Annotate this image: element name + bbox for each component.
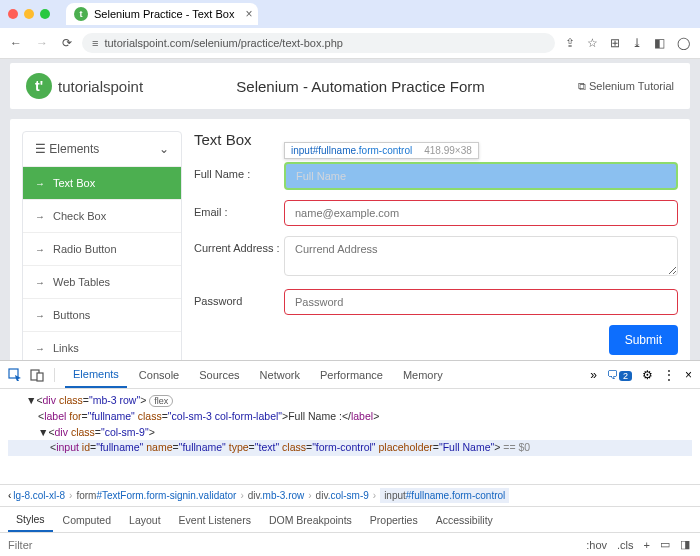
- download-icon[interactable]: ⤓: [632, 36, 642, 50]
- bookmark-icon[interactable]: ☆: [587, 36, 598, 50]
- page-header: t' tutorialspoint Selenium - Automation …: [10, 63, 690, 109]
- forward-icon[interactable]: →: [36, 36, 48, 50]
- breadcrumb-item[interactable]: lg-8.col-xl-8: [13, 490, 65, 501]
- settings-icon[interactable]: ⚙: [642, 368, 653, 382]
- password-input[interactable]: [284, 289, 678, 315]
- devtools-tab-memory[interactable]: Memory: [395, 363, 451, 387]
- maximize-window-icon[interactable]: [40, 9, 50, 19]
- password-label: Password: [194, 289, 284, 307]
- chevron-down-icon: ⌄: [159, 142, 169, 156]
- sidebar-heading[interactable]: ☰ Elements ⌄: [23, 132, 181, 167]
- share-icon[interactable]: ⇪: [565, 36, 575, 50]
- window-controls[interactable]: [8, 9, 50, 19]
- devtools-tab-console[interactable]: Console: [131, 363, 187, 387]
- logo-text: tutorialspoint: [58, 78, 143, 95]
- arrow-right-icon: →: [35, 343, 45, 354]
- external-link-icon: ⧉: [578, 80, 589, 92]
- address-bar[interactable]: ≡ tutorialspoint.com/selenium/practice/t…: [82, 33, 555, 53]
- dom-tree[interactable]: ▼<div class="mb-3 row"> flex <label for=…: [0, 389, 700, 484]
- sidebar-item-webtables[interactable]: →Web Tables: [23, 266, 181, 299]
- extensions-icon[interactable]: ⊞: [610, 36, 620, 50]
- reload-icon[interactable]: ⟳: [62, 36, 72, 50]
- styles-tab-listeners[interactable]: Event Listeners: [171, 509, 259, 531]
- page-title: Selenium - Automation Practice Form: [236, 78, 484, 95]
- back-icon[interactable]: ←: [10, 36, 22, 50]
- submit-button[interactable]: Submit: [609, 325, 678, 355]
- styles-tab-layout[interactable]: Layout: [121, 509, 169, 531]
- breadcrumb-prev-icon[interactable]: ‹: [8, 490, 11, 501]
- arrow-right-icon: →: [35, 277, 45, 288]
- styles-tab-computed[interactable]: Computed: [55, 509, 119, 531]
- device-toolbar-icon[interactable]: [30, 368, 44, 382]
- fullname-input[interactable]: Full Name: [284, 162, 678, 190]
- sidebar-item-textbox[interactable]: →Text Box: [23, 167, 181, 200]
- styles-tab-styles[interactable]: Styles: [8, 508, 53, 532]
- hov-toggle[interactable]: :hov: [586, 539, 607, 551]
- form-panel: Text Box Full Name : input#fullname.form…: [194, 131, 678, 399]
- tutorial-link[interactable]: ⧉ Selenium Tutorial: [578, 80, 674, 93]
- url-text: tutorialspoint.com/selenium/practice/tex…: [104, 37, 342, 49]
- dom-breadcrumb[interactable]: ‹ lg-8.col-xl-8 › form#TextForm.form-sig…: [0, 484, 700, 506]
- styles-tab-breakpoints[interactable]: DOM Breakpoints: [261, 509, 360, 531]
- address-label: Current Address :: [194, 236, 284, 254]
- minimize-window-icon[interactable]: [24, 9, 34, 19]
- arrow-right-icon: →: [35, 310, 45, 321]
- logo-icon: t': [26, 73, 52, 99]
- inspect-element-icon[interactable]: [8, 368, 22, 382]
- errors-badge[interactable]: 🗨2: [607, 368, 632, 382]
- sidebar-item-checkbox[interactable]: →Check Box: [23, 200, 181, 233]
- sidebar: ☰ Elements ⌄ →Text Box →Check Box →Radio…: [22, 131, 182, 399]
- close-devtools-icon[interactable]: ×: [685, 368, 692, 382]
- fullname-label: Full Name :: [194, 162, 284, 180]
- inspector-tooltip: input#fullname.form-control 418.99×38: [284, 142, 479, 159]
- address-textarea[interactable]: [284, 236, 678, 276]
- close-window-icon[interactable]: [8, 9, 18, 19]
- breadcrumb-item[interactable]: form#TextForm.form-signin.validator: [76, 490, 236, 501]
- tab-favicon-icon: t: [74, 7, 88, 21]
- devtools-tab-sources[interactable]: Sources: [191, 363, 247, 387]
- arrow-right-icon: →: [35, 211, 45, 222]
- styles-tab-properties[interactable]: Properties: [362, 509, 426, 531]
- devtools-tab-network[interactable]: Network: [252, 363, 308, 387]
- breadcrumb-item-active[interactable]: input#fullname.form-control: [380, 488, 509, 503]
- browser-tab[interactable]: t Selenium Practice - Text Box ×: [66, 3, 258, 25]
- sidebar-item-buttons[interactable]: →Buttons: [23, 299, 181, 332]
- sidebar-item-radio[interactable]: →Radio Button: [23, 233, 181, 266]
- arrow-right-icon: →: [35, 178, 45, 189]
- tab-title: Selenium Practice - Text Box: [94, 8, 234, 20]
- email-label: Email :: [194, 200, 284, 218]
- devtools-tab-elements[interactable]: Elements: [65, 362, 127, 388]
- cls-toggle[interactable]: .cls: [617, 539, 634, 551]
- more-menu-icon[interactable]: ⋮: [663, 368, 675, 382]
- profile-icon[interactable]: ◯: [677, 36, 690, 50]
- devtools-panel: Elements Console Sources Network Perform…: [0, 360, 700, 556]
- panel-icon[interactable]: ◧: [654, 36, 665, 50]
- email-input[interactable]: [284, 200, 678, 226]
- svg-rect-2: [37, 373, 43, 381]
- toggle-sidebar-icon[interactable]: ◨: [680, 538, 690, 551]
- devtools-tab-performance[interactable]: Performance: [312, 363, 391, 387]
- site-info-icon[interactable]: ≡: [92, 37, 98, 49]
- close-tab-icon[interactable]: ×: [245, 7, 252, 21]
- styles-filter-input[interactable]: [0, 535, 576, 555]
- breadcrumb-item[interactable]: div.col-sm-9: [316, 490, 369, 501]
- breadcrumb-item[interactable]: div.mb-3.row: [248, 490, 305, 501]
- arrow-right-icon: →: [35, 244, 45, 255]
- new-rule-icon[interactable]: +: [644, 539, 650, 551]
- styles-tab-accessibility[interactable]: Accessibility: [428, 509, 501, 531]
- more-tabs-icon[interactable]: »: [590, 368, 597, 382]
- computed-styles-icon[interactable]: ▭: [660, 538, 670, 551]
